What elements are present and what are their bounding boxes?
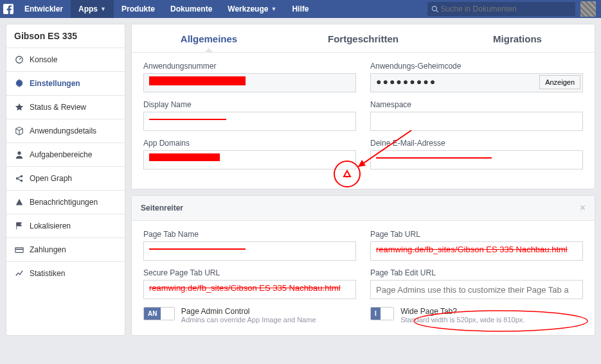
sidebar-item-konsole[interactable]: Konsole — [6, 48, 125, 72]
dashboard-icon — [14, 55, 24, 65]
pagetab-edit-url-field[interactable] — [370, 280, 583, 299]
pagetab-title: Seitenreiter — [141, 204, 183, 212]
wide-tab-sub: Standard width is 520px, wide is 810px. — [400, 316, 525, 324]
svg-rect-13 — [15, 248, 23, 250]
wide-tab-toggle[interactable]: I — [370, 307, 394, 320]
redacted-strike — [149, 119, 226, 120]
card-icon — [14, 245, 24, 255]
sidebar-item-zahlungen[interactable]: Zahlungen — [6, 238, 125, 262]
redacted-strike — [149, 248, 246, 250]
svg-point-6 — [17, 152, 21, 155]
redacted-text: reamwing.de/fb_sites/Gibson ES 335 Nachb… — [376, 245, 568, 254]
svg-point-8 — [21, 175, 23, 178]
chart-icon — [14, 268, 24, 279]
sidebar-app-title: Gibson ES 335 — [6, 24, 125, 48]
sidebar-item-label: Aufgabenbereiche — [30, 150, 92, 159]
namespace-field[interactable] — [370, 112, 583, 131]
main-content: Allgemeines Fortgeschritten Migrations A… — [131, 24, 595, 336]
app-domains-field[interactable] — [143, 150, 356, 169]
close-icon[interactable]: × — [580, 202, 586, 214]
sidebar-item-label: Benachrichtigungen — [30, 198, 98, 207]
alert-icon — [14, 197, 24, 207]
sidebar-item-label: Konsole — [30, 55, 57, 64]
nav-hilfe[interactable]: Hilfe — [284, 0, 316, 18]
sidebar-item-anwendungsdetails[interactable]: Anwendungsdetails — [6, 119, 125, 143]
sidebar: Gibson ES 335 Konsole Einstellungen Stat… — [6, 24, 125, 336]
sidebar-item-status[interactable]: Status & Review — [6, 96, 125, 119]
toggle-off — [161, 308, 174, 320]
nav-dokumente[interactable]: Dokumente — [163, 0, 220, 18]
sidebar-item-aufgabenbereiche[interactable]: Aufgabenbereiche — [6, 143, 125, 167]
sidebar-item-einstellungen[interactable]: Einstellungen — [6, 72, 125, 96]
toggle-off — [381, 308, 393, 320]
toggle-on-label: AN — [144, 308, 161, 320]
app-domains-label: App Domains — [143, 139, 356, 148]
doc-search[interactable] — [427, 2, 575, 16]
pagetab-name-label: Page Tab Name — [143, 230, 356, 239]
pagetab-panel: Seitenreiter × Page Tab Name Page Tab UR… — [131, 195, 595, 336]
sidebar-item-label: Status & Review — [30, 103, 86, 112]
avatar[interactable] — [580, 1, 596, 17]
toggle-on-label: I — [371, 308, 381, 320]
search-icon — [431, 5, 438, 13]
display-name-field[interactable] — [143, 112, 356, 131]
flag-icon — [14, 221, 24, 231]
redacted-block — [149, 153, 220, 161]
settings-tabs: Allgemeines Fortgeschritten Migrations — [132, 24, 595, 53]
tab-migrations[interactable]: Migrations — [440, 24, 595, 52]
nav-apps[interactable]: Apps▼ — [71, 0, 114, 18]
settings-panel: Allgemeines Fortgeschritten Migrations A… — [131, 24, 595, 189]
top-navbar: Entwickler Apps▼ Produkte Dokumente Werk… — [0, 0, 601, 18]
sidebar-item-label: Zahlungen — [30, 245, 66, 254]
sidebar-item-label: Open Graph — [30, 174, 72, 183]
redacted-block — [149, 76, 246, 85]
doc-search-input[interactable] — [441, 4, 571, 13]
gear-icon — [14, 78, 24, 89]
wide-tab-title: Wide Page Tab? — [400, 307, 525, 316]
pagetab-secure-url-field[interactable]: reamwing.de/fb_sites/Gibson ES 335 Nachb… — [143, 280, 356, 299]
display-name-label: Display Name — [143, 100, 356, 109]
sidebar-item-opengraph[interactable]: Open Graph — [6, 167, 125, 191]
show-secret-button[interactable]: Anzeigen — [539, 75, 580, 89]
share-icon — [14, 173, 24, 184]
admin-control-toggle[interactable]: AN — [143, 307, 175, 320]
sidebar-item-lokalisieren[interactable]: Lokalisieren — [6, 214, 125, 238]
svg-line-2 — [436, 10, 438, 12]
star-icon — [14, 102, 24, 112]
nav-apps-label: Apps — [78, 4, 98, 13]
chevron-down-icon: ▼ — [271, 6, 276, 12]
tab-fortgeschritten[interactable]: Fortgeschritten — [286, 24, 440, 52]
app-secret-value: ●●●●●●●●● — [376, 76, 436, 87]
sidebar-item-label: Einstellungen — [30, 79, 80, 88]
pagetab-secure-url-label: Secure Page Tab URL — [143, 268, 356, 277]
email-field[interactable] — [370, 150, 583, 169]
nav-produkte[interactable]: Produkte — [114, 0, 163, 18]
sidebar-item-label: Lokalisieren — [30, 221, 71, 230]
pagetab-name-field[interactable] — [143, 241, 356, 261]
sidebar-item-label: Statistiken — [30, 269, 65, 278]
app-id-label: Anwendungsnummer — [143, 62, 356, 71]
chevron-down-icon: ▼ — [100, 6, 106, 12]
svg-line-10 — [18, 177, 21, 178]
email-label: Deine E-Mail-Adresse — [370, 139, 583, 148]
sidebar-item-benachrichtigungen[interactable]: Benachrichtigungen — [6, 191, 125, 214]
svg-line-4 — [19, 58, 21, 60]
admin-control-title: Page Admin Control — [181, 307, 316, 316]
svg-point-9 — [21, 180, 23, 182]
sidebar-item-statistiken[interactable]: Statistiken — [6, 262, 125, 285]
facebook-logo[interactable] — [0, 0, 17, 18]
pagetab-header: Seitenreiter × — [132, 196, 595, 221]
sidebar-item-label: Anwendungsdetails — [30, 126, 96, 135]
pagetab-edit-url-label: Page Tab Edit URL — [370, 268, 583, 277]
nav-entwickler[interactable]: Entwickler — [17, 0, 71, 18]
pagetab-url-label: Page Tab URL — [370, 230, 583, 239]
redacted-text: reamwing.de/fb_sites/Gibson ES 335 Nachb… — [149, 283, 341, 293]
nav-werkzeuge-label: Werkzeuge — [228, 4, 268, 13]
namespace-label: Namespace — [370, 100, 583, 109]
cube-icon — [14, 126, 24, 136]
svg-rect-12 — [15, 248, 23, 253]
redacted-strike — [376, 157, 492, 159]
tab-allgemeines[interactable]: Allgemeines — [132, 24, 286, 52]
pagetab-url-field[interactable]: reamwing.de/fb_sites/Gibson ES 335 Nachb… — [370, 241, 583, 261]
nav-werkzeuge[interactable]: Werkzeuge▼ — [220, 0, 284, 18]
